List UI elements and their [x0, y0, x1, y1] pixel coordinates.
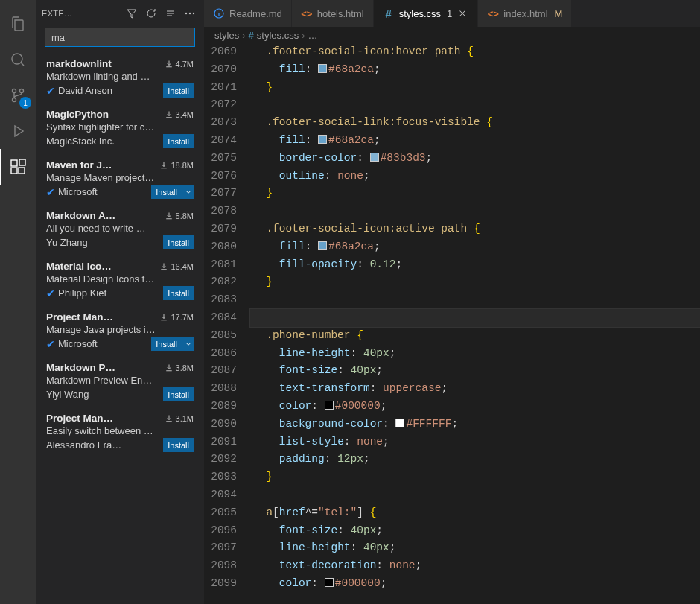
code-line[interactable]: background-color: #FFFFFF; — [253, 416, 700, 433]
code-line[interactable]: fill-opacity: 0.12; — [253, 256, 700, 274]
code-line[interactable]: } — [253, 79, 700, 97]
line-number: 2081 — [204, 256, 237, 274]
editor-tab[interactable]: # styles.css 1 — [374, 0, 479, 27]
extensions-list[interactable]: markdownlint 4.7M Markdown linting and …… — [36, 53, 204, 604]
scm-badge: 1 — [19, 97, 31, 109]
extension-item[interactable]: Project Man… 17.7M Manage Java projects … — [36, 306, 204, 357]
code-line[interactable]: } — [253, 273, 700, 291]
filter-icon — [126, 7, 138, 19]
download-icon — [159, 262, 168, 271]
svg-point-1 — [20, 89, 24, 93]
color-swatch[interactable] — [370, 153, 379, 162]
extension-downloads: 3.4M — [165, 110, 194, 119]
code-line[interactable]: a[href^="tel:"] { — [253, 504, 700, 522]
code-line[interactable] — [250, 309, 700, 327]
code-line[interactable] — [253, 291, 700, 309]
code-line[interactable]: border-color: #83b3d3; — [253, 150, 700, 168]
crumb-folder[interactable]: styles — [214, 30, 239, 41]
install-dropdown[interactable] — [182, 185, 194, 199]
extension-publisher: MagicStack Inc. — [46, 136, 115, 147]
file-icon: <> — [301, 7, 313, 19]
extension-publisher: ✔Microsoft — [46, 338, 98, 350]
install-button[interactable]: Install — [151, 185, 182, 199]
crumb-symbol[interactable]: … — [308, 30, 318, 41]
code-line[interactable] — [253, 203, 700, 220]
color-swatch[interactable] — [318, 241, 327, 250]
refresh-action[interactable] — [143, 5, 159, 22]
code-content[interactable]: .footer-social-icon:hover path { fill: #… — [253, 43, 700, 604]
code-line[interactable] — [253, 486, 700, 504]
debug-icon — [9, 122, 27, 140]
install-button[interactable]: Install — [163, 387, 194, 401]
color-swatch[interactable] — [395, 419, 404, 427]
code-line[interactable]: } — [253, 468, 700, 486]
clear-action[interactable] — [162, 5, 179, 22]
code-line[interactable] — [253, 96, 700, 114]
line-number: 2079 — [204, 220, 237, 238]
extension-item[interactable]: Project Man… 3.1M Easily switch between … — [36, 407, 204, 458]
extension-publisher: ✔Philipp Kief — [46, 287, 106, 299]
extension-name: Material Ico… — [46, 261, 155, 272]
code-line[interactable]: padding: 12px; — [253, 451, 700, 468]
extensions-search-box[interactable] — [45, 28, 195, 47]
code-line[interactable]: line-height: 40px; — [253, 345, 700, 363]
code-line[interactable]: } — [253, 185, 700, 203]
tab-close[interactable] — [456, 7, 468, 19]
extension-description: Easily switch between … — [46, 425, 194, 436]
extension-downloads: 17.7M — [159, 313, 194, 322]
editor-tab[interactable]: <> index.html M — [478, 0, 572, 27]
code-line[interactable]: outline: none; — [253, 168, 700, 185]
code-line[interactable]: font-size: 40px; — [253, 522, 700, 540]
activity-search[interactable] — [0, 42, 36, 77]
editor-tab[interactable]: <> hotels.html — [292, 0, 374, 27]
extension-item[interactable]: Markdown P… 3.8M Markdown Preview En… Yi… — [36, 357, 204, 407]
extension-item[interactable]: markdownlint 4.7M Markdown linting and …… — [36, 53, 204, 104]
install-button[interactable]: Install — [163, 438, 194, 452]
extension-item[interactable]: Material Ico… 16.4M Material Design Icon… — [36, 255, 204, 306]
editor-tab[interactable]: Readme.md — [204, 0, 292, 27]
more-action[interactable] — [182, 5, 198, 22]
breadcrumbs[interactable]: styles › # styles.css › … — [204, 27, 700, 43]
code-line[interactable]: .footer-social-icon:hover path { — [253, 43, 700, 61]
color-swatch[interactable] — [318, 135, 327, 144]
activity-debug[interactable] — [0, 113, 36, 149]
install-dropdown[interactable] — [182, 337, 194, 351]
code-line[interactable]: text-decoration: none; — [253, 557, 700, 575]
code-line[interactable]: color: #000000; — [253, 398, 700, 416]
code-line[interactable]: font-size: 40px; — [253, 362, 700, 380]
extension-item[interactable]: Markdown A… 5.8M All you need to write …… — [36, 205, 204, 255]
extension-publisher: Alessandro Fra… — [46, 439, 121, 451]
download-icon — [165, 110, 174, 119]
code-editor[interactable]: 2069207020712072207320742075207620772078… — [204, 43, 700, 604]
crumb-file[interactable]: styles.css — [257, 30, 299, 41]
color-swatch[interactable] — [318, 64, 327, 73]
editor-tabs: Readme.md <> hotels.html # styles.css 1 … — [204, 0, 700, 27]
code-line[interactable]: line-height: 40px; — [253, 539, 700, 557]
install-button[interactable]: Install — [163, 134, 194, 148]
install-button[interactable]: Install — [163, 286, 194, 300]
code-line[interactable]: .footer-social-icon:active path { — [253, 220, 700, 238]
extensions-search-input[interactable] — [45, 32, 194, 43]
color-swatch[interactable] — [325, 401, 334, 410]
code-line[interactable]: fill: #68a2ca; — [253, 238, 700, 256]
install-button[interactable]: Install — [151, 337, 182, 351]
extension-item[interactable]: Maven for J… 18.8M Manage Maven project…… — [36, 154, 204, 205]
activity-explorer[interactable] — [0, 6, 36, 42]
refresh-icon — [145, 7, 157, 19]
activity-extensions[interactable] — [0, 149, 36, 185]
code-line[interactable]: fill: #68a2ca; — [253, 132, 700, 150]
svg-point-8 — [185, 12, 187, 13]
code-line[interactable]: color: #000000; — [253, 575, 700, 593]
code-line[interactable]: list-style: none; — [253, 433, 700, 451]
filter-action[interactable] — [124, 5, 140, 22]
activity-scm[interactable]: 1 — [0, 77, 36, 113]
code-line[interactable]: text-transform: uppercase; — [253, 380, 700, 398]
code-line[interactable]: fill: #68a2ca; — [253, 61, 700, 79]
code-line[interactable]: .phone-number { — [253, 327, 700, 345]
code-line[interactable]: .footer-social-link:focus-visible { — [253, 114, 700, 132]
color-swatch[interactable] — [325, 578, 334, 587]
extension-item[interactable]: MagicPython 3.4M Syntax highlighter for … — [36, 104, 204, 154]
verified-icon: ✔ — [46, 338, 55, 350]
install-button[interactable]: Install — [163, 235, 194, 249]
install-button[interactable]: Install — [163, 83, 194, 98]
